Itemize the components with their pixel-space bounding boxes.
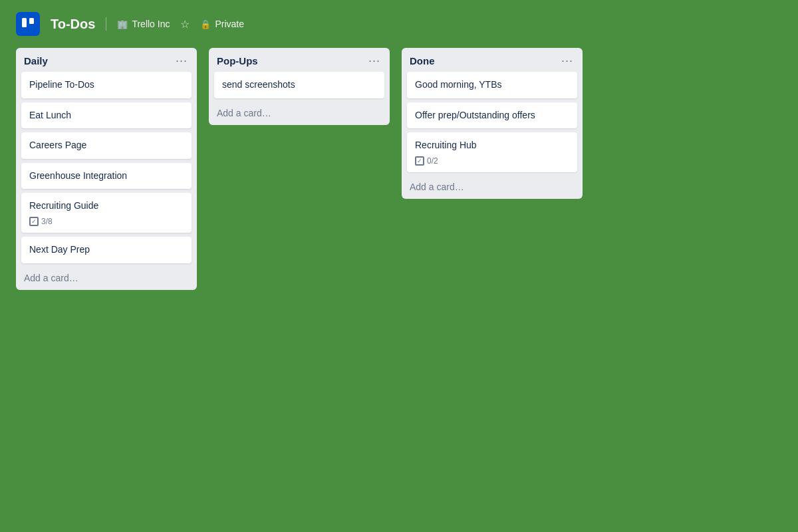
card-title-c3: Careers Page — [29, 140, 86, 150]
list-menu-daily[interactable] — [174, 55, 189, 66]
checklist-count-c10: 0/2 — [427, 156, 438, 166]
building-icon: 🏢 — [117, 19, 128, 29]
card-title-c4: Greenhouse Integration — [29, 170, 127, 181]
card-title-c1: Pipeline To-Dos — [29, 79, 94, 90]
card-checklist-c10: 0/2 — [415, 156, 438, 166]
card-title-c2: Eat Lunch — [29, 110, 71, 120]
list-title-done: Done — [410, 55, 435, 66]
add-card-popups[interactable]: Add a card… — [214, 102, 384, 120]
card-meta-c10: 0/2 — [415, 156, 569, 166]
card-title-c8: Good morning, YTBs — [415, 79, 501, 90]
card-meta-c5: 3/8 — [29, 217, 184, 226]
card-title-c5: Recruiting Guide — [29, 200, 98, 211]
topbar: To-Dos 🏢 Trello Inc ☆ 🔒 Private — [0, 0, 798, 48]
star-icon[interactable]: ☆ — [180, 18, 190, 31]
card-c4[interactable]: Greenhouse Integration — [21, 163, 192, 190]
list-title-daily: Daily — [24, 55, 48, 66]
card-title-c10: Recruiting Hub — [415, 140, 477, 150]
privacy-label: Private — [215, 19, 244, 29]
board-title[interactable]: To-Dos — [51, 17, 95, 32]
trello-logo — [16, 12, 40, 36]
privacy-meta: 🔒 Private — [200, 19, 244, 29]
card-c2[interactable]: Eat Lunch — [21, 102, 192, 129]
add-card-done[interactable]: Add a card… — [407, 176, 577, 194]
card-c6[interactable]: Next Day Prep — [21, 237, 192, 263]
svg-rect-0 — [22, 18, 27, 27]
list-menu-done[interactable] — [560, 55, 575, 66]
card-title-c7: send screenshots — [222, 79, 295, 90]
list-header-daily: Daily — [21, 55, 192, 72]
add-card-daily[interactable]: Add a card… — [21, 267, 192, 285]
list-header-done: Done — [407, 55, 577, 72]
board: DailyPipeline To-DosEat LunchCareers Pag… — [0, 48, 798, 306]
card-title-c9: Offer prep/Outstanding offers — [415, 110, 535, 120]
card-c8[interactable]: Good morning, YTBs — [407, 72, 577, 98]
card-c5[interactable]: Recruiting Guide3/8 — [21, 193, 192, 233]
list-title-popups: Pop-Ups — [217, 55, 258, 66]
card-c10[interactable]: Recruiting Hub0/2 — [407, 132, 577, 172]
checklist-count-c5: 3/8 — [41, 217, 53, 226]
list-done: DoneGood morning, YTBsOffer prep/Outstan… — [402, 48, 583, 199]
checklist-icon-c5 — [29, 217, 39, 226]
list-menu-popups[interactable] — [367, 55, 382, 66]
card-checklist-c5: 3/8 — [29, 217, 53, 226]
checklist-icon-c10 — [415, 156, 424, 166]
lock-icon: 🔒 — [200, 19, 211, 29]
workspace-label[interactable]: Trello Inc — [132, 19, 170, 29]
card-c1[interactable]: Pipeline To-Dos — [21, 72, 192, 98]
card-c9[interactable]: Offer prep/Outstanding offers — [407, 102, 577, 129]
list-daily: DailyPipeline To-DosEat LunchCareers Pag… — [16, 48, 197, 290]
separator — [106, 17, 106, 31]
workspace-meta: 🏢 Trello Inc — [117, 19, 170, 29]
card-c7[interactable]: send screenshots — [214, 72, 384, 98]
svg-rect-1 — [29, 18, 34, 24]
card-title-c6: Next Day Prep — [29, 244, 90, 255]
card-c3[interactable]: Careers Page — [21, 132, 192, 159]
list-header-popups: Pop-Ups — [214, 55, 384, 72]
list-popups: Pop-Upssend screenshotsAdd a card… — [209, 48, 390, 125]
